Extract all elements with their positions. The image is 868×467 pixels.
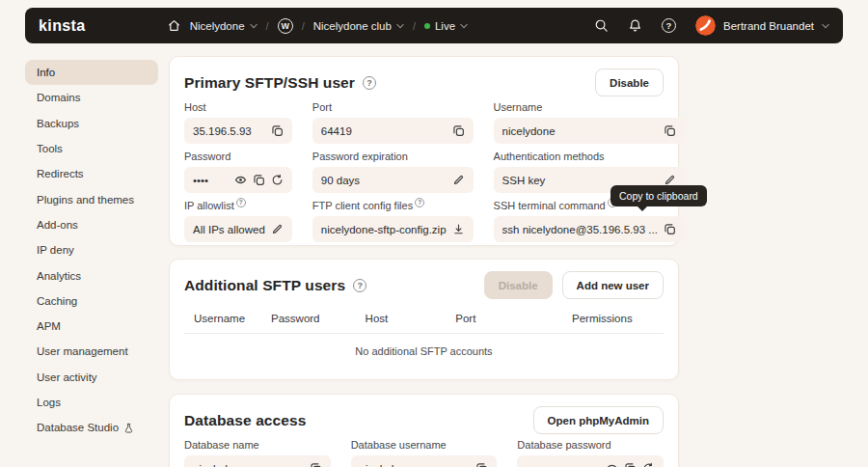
live-status-dot xyxy=(424,23,430,29)
sidebar-item-apm[interactable]: APM xyxy=(25,314,158,339)
field-value: •••• xyxy=(193,175,229,186)
sidebar-item-caching[interactable]: Caching xyxy=(25,288,158,314)
sidebar-item-info[interactable]: Info xyxy=(25,60,158,85)
field-value: 64419 xyxy=(321,125,447,137)
chevron-down-icon xyxy=(396,23,404,29)
breadcrumb-site-label: Nicelydone xyxy=(190,20,245,32)
sidebar-item-redirects[interactable]: Redirects xyxy=(25,161,158,186)
show-password-eye-icon[interactable] xyxy=(606,462,618,467)
breadcrumb-club-dropdown[interactable]: Nicelydone club xyxy=(313,20,404,32)
breadcrumb: Nicelydone / W / Nicelydone club / Live xyxy=(167,18,468,34)
sidebar-item-label: Plugins and themes xyxy=(37,194,134,206)
column-header-username: Username xyxy=(194,313,271,324)
show-password-eye-icon[interactable] xyxy=(234,174,247,186)
field-label-text: FTP client config files xyxy=(312,200,413,211)
regenerate-password-icon[interactable] xyxy=(642,462,655,467)
edit-icon[interactable] xyxy=(452,174,465,186)
sidebar-item-label: Info xyxy=(37,67,55,78)
download-icon[interactable] xyxy=(452,223,465,235)
field-value-box: ssh nicelydone@35.196.5.93 ... xyxy=(494,216,685,242)
field-host: Host 35.196.5.93 xyxy=(184,100,292,144)
field-value: nicelydone-sftp-config.zip xyxy=(321,224,447,235)
field-label: Authentication methods xyxy=(494,150,685,162)
search-icon[interactable] xyxy=(594,18,609,33)
field-value: All IPs allowed xyxy=(193,224,265,235)
breadcrumb-site-dropdown[interactable]: Nicelydone xyxy=(190,20,258,32)
field-value: 35.196.5.93 xyxy=(193,125,265,137)
help-icon[interactable]: ? xyxy=(236,198,246,207)
card-title: Additional SFTP users xyxy=(184,277,345,294)
field-label: Port xyxy=(312,100,474,113)
sidebar-item-database-studio[interactable]: Database Studio xyxy=(25,415,158,440)
sidebar-item-ip-deny[interactable]: IP deny xyxy=(25,237,158,262)
field-value-box: 64419 xyxy=(312,118,474,144)
field-database-name: Database name nicelydone xyxy=(184,438,331,467)
chevron-down-icon xyxy=(250,23,258,29)
open-phpmyadmin-button[interactable]: Open phpMyAdmin xyxy=(533,406,664,434)
empty-table-message: No additional SFTP accounts xyxy=(184,345,664,357)
field-value-box: 35.196.5.93 xyxy=(184,118,292,144)
copy-icon[interactable] xyxy=(271,124,284,137)
primary-sftp-ssh-card: Primary SFTP/SSH user ? Disable Host 35.… xyxy=(169,56,679,246)
field-label: FTP client config files ? xyxy=(312,199,474,211)
sidebar-item-label: Tools xyxy=(37,143,63,154)
sidebar-item-logs[interactable]: Logs xyxy=(25,390,158,415)
field-value: nicelydone xyxy=(502,125,658,137)
sidebar-item-label: Add-ons xyxy=(37,219,78,231)
help-icon[interactable]: ? xyxy=(353,279,366,292)
copy-icon[interactable] xyxy=(452,124,465,137)
copy-icon[interactable] xyxy=(310,462,322,467)
avatar xyxy=(695,15,716,36)
field-label: Database name xyxy=(184,438,331,451)
field-value: SSH key xyxy=(502,175,658,186)
disable-additional-users-button: Disable xyxy=(484,271,553,299)
sidebar-item-analytics[interactable]: Analytics xyxy=(25,262,158,288)
sidebar-item-label: Domains xyxy=(37,92,80,103)
field-label: Password expiration xyxy=(312,150,474,162)
sidebar-item-label: Redirects xyxy=(37,168,84,179)
field-value-box: nicelydone-sftp-config.zip xyxy=(312,216,474,242)
user-menu[interactable]: Bertrand Bruandet xyxy=(695,15,829,36)
sidebar-item-domains[interactable]: Domains xyxy=(25,85,158,110)
table-divider xyxy=(184,333,664,334)
header-actions: ? Bertrand Bruandet xyxy=(594,15,829,36)
field-username: Username nicelydone xyxy=(494,100,685,144)
sidebar-item-plugins-and-themes[interactable]: Plugins and themes xyxy=(25,186,158,211)
edit-icon[interactable] xyxy=(271,223,284,235)
chevron-down-icon xyxy=(822,23,829,29)
database-access-card: Database access Open phpMyAdmin Database… xyxy=(169,394,679,467)
copy-icon[interactable] xyxy=(475,462,488,467)
copy-icon[interactable] xyxy=(624,462,637,467)
wordpress-icon: W xyxy=(278,18,293,34)
field-port: Port 64419 xyxy=(312,100,474,144)
sidebar-item-add-ons[interactable]: Add-ons xyxy=(25,212,158,237)
environment-dropdown[interactable]: Live xyxy=(424,20,468,32)
card-title: Database access xyxy=(184,412,306,429)
notifications-bell-icon[interactable] xyxy=(628,18,642,33)
copy-icon[interactable] xyxy=(253,174,265,186)
regenerate-password-icon[interactable] xyxy=(271,174,284,186)
field-ip-allowlist: IP allowlist ? All IPs allowed xyxy=(184,199,292,242)
field-database-username: Database username nicelydone xyxy=(351,438,498,467)
sidebar-item-backups[interactable]: Backups xyxy=(25,111,158,136)
sidebar-item-user-management[interactable]: User management xyxy=(25,339,158,364)
field-value: ssh nicelydone@35.196.5.93 ... xyxy=(502,224,658,235)
copy-icon[interactable] xyxy=(664,124,676,137)
copy-icon[interactable] xyxy=(664,223,676,235)
field-value: nicelydone xyxy=(193,463,304,467)
sidebar-item-label: User management xyxy=(37,345,128,357)
help-icon[interactable]: ? xyxy=(415,198,424,207)
kinsta-logo[interactable]: kinsta xyxy=(39,17,86,35)
home-icon[interactable] xyxy=(167,18,181,33)
help-icon[interactable]: ? xyxy=(662,18,676,33)
field-value: •••• xyxy=(526,463,600,467)
add-new-user-button[interactable]: Add new user xyxy=(562,271,664,299)
field-value-box: nicelydone xyxy=(184,455,331,467)
field-label-text: SSH terminal command xyxy=(494,200,606,211)
field-password: Password •••• xyxy=(184,150,292,193)
sidebar-item-tools[interactable]: Tools xyxy=(25,136,158,161)
disable-primary-user-button[interactable]: Disable xyxy=(595,69,664,96)
column-header-permissions: Permissions xyxy=(551,313,654,324)
help-icon[interactable]: ? xyxy=(363,76,376,90)
sidebar-item-user-activity[interactable]: User activity xyxy=(25,365,158,390)
